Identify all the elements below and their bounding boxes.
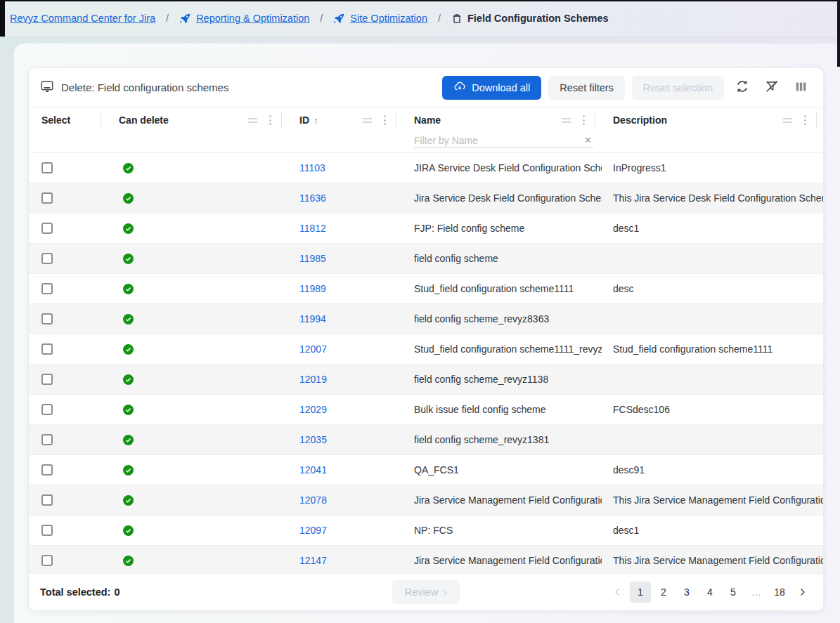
table-body: 11103 JIRA Service Desk Field Configurat… — [29, 152, 823, 575]
columns-button[interactable] — [790, 76, 812, 100]
filter-lines-icon[interactable] — [562, 118, 571, 123]
row-checkbox[interactable] — [41, 162, 53, 173]
row-checkbox[interactable] — [41, 283, 53, 294]
row-name-cell: Bulk issue field config scheme — [403, 404, 602, 415]
more-menu-icon[interactable] — [581, 114, 586, 126]
row-id-cell: 12041 — [288, 464, 403, 476]
row-name-cell: FJP: Field config scheme — [403, 223, 602, 234]
scheme-id-link[interactable]: 12078 — [299, 494, 327, 506]
refresh-button[interactable] — [731, 76, 754, 100]
header-icons — [363, 114, 403, 126]
row-id-cell: 12097 — [288, 525, 403, 536]
row-name-cell: field config scheme_revyz1138 — [403, 374, 602, 385]
breadcrumb-current: Field Configuration Schemes — [451, 13, 609, 25]
column-label-select: Select — [41, 114, 70, 126]
scheme-id-link[interactable]: 12097 — [299, 525, 327, 536]
pagination-prev-button[interactable] — [608, 582, 628, 603]
row-can-delete-cell — [108, 163, 288, 173]
scheme-id-link[interactable]: 12035 — [299, 434, 327, 445]
row-checkbox[interactable] — [41, 253, 53, 264]
scheme-id-link[interactable]: 12147 — [299, 555, 327, 566]
breadcrumb-current-label: Field Configuration Schemes — [467, 13, 609, 24]
row-checkbox[interactable] — [41, 494, 53, 506]
breadcrumb-link-command-center[interactable]: Revyz Command Center for Jira — [10, 13, 155, 24]
download-all-button[interactable]: Download all — [442, 76, 541, 100]
row-select-cell — [29, 253, 108, 264]
row-id-cell: 12007 — [288, 343, 403, 355]
row-name-cell: Jira Service Management Field Configurat… — [403, 494, 602, 506]
scheme-id-link[interactable]: 12019 — [299, 374, 327, 385]
scheme-id-link[interactable]: 12029 — [299, 404, 327, 415]
breadcrumb-separator: / — [432, 13, 446, 24]
pagination-page-4[interactable]: 4 — [699, 582, 721, 603]
pagination-page-18[interactable]: 18 — [769, 582, 790, 603]
scheme-id-link[interactable]: 12007 — [299, 343, 327, 355]
scheme-id-link[interactable]: 11985 — [299, 253, 326, 264]
table-row: 12097 NP: FCS desc1 — [29, 515, 823, 545]
pagination-page-5[interactable]: 5 — [723, 582, 744, 603]
scheme-id-link[interactable]: 11994 — [299, 313, 326, 324]
scheme-id-link[interactable]: 11103 — [299, 162, 325, 173]
row-checkbox[interactable] — [41, 343, 53, 355]
scheme-id-link[interactable]: 11812 — [299, 223, 326, 234]
scheme-id-link[interactable]: 11636 — [299, 192, 326, 204]
breadcrumb-separator: / — [314, 13, 328, 24]
row-checkbox[interactable] — [41, 374, 53, 385]
row-name-cell: field config scheme_revyz1381 — [403, 434, 602, 445]
row-select-cell — [29, 162, 108, 173]
table-row: 12147 Jira Service Management Field Conf… — [29, 545, 823, 575]
row-name-cell: field config scheme — [403, 253, 602, 264]
filter-lines-icon[interactable] — [363, 118, 372, 123]
sync-icon — [735, 79, 749, 96]
header-icons — [562, 114, 602, 126]
breadcrumb-link-reporting-optimization[interactable]: Reporting & Optimization — [196, 13, 309, 24]
pagination-page-2[interactable]: 2 — [653, 582, 674, 603]
more-menu-icon[interactable] — [268, 114, 273, 126]
row-name-cell: Stud_field configuration scheme1111_revy… — [403, 343, 602, 355]
check-circle-icon — [123, 525, 134, 536]
row-can-delete-cell — [108, 344, 288, 355]
table-header-labels: Select Can delete ID ↑ — [29, 107, 823, 133]
row-checkbox[interactable] — [41, 192, 53, 204]
row-description-cell: This Jira Service Management Field Confi… — [602, 494, 823, 506]
row-checkbox[interactable] — [41, 434, 53, 445]
review-button[interactable]: Review › — [392, 580, 460, 604]
clear-filter-icon[interactable]: ✕ — [583, 135, 593, 145]
reset-filters-button[interactable]: Reset filters — [548, 76, 625, 100]
row-select-cell — [29, 525, 108, 536]
pagination-next-button[interactable] — [792, 582, 812, 603]
scheme-id-link[interactable]: 11989 — [299, 283, 326, 294]
row-checkbox[interactable] — [41, 555, 53, 566]
table-row: 11636 Jira Service Desk Field Configurat… — [29, 183, 823, 213]
column-header-id[interactable]: ID ↑ — [288, 107, 403, 133]
check-circle-icon — [123, 254, 134, 264]
breadcrumb-link-site-optimization[interactable]: Site Optimization — [350, 13, 427, 24]
row-checkbox[interactable] — [41, 223, 53, 234]
more-menu-icon[interactable] — [803, 114, 808, 126]
more-menu-icon[interactable] — [382, 114, 387, 126]
row-select-cell — [29, 555, 108, 566]
table-row: 12035 field config scheme_revyz1381 — [29, 424, 823, 454]
row-description-cell: FCSdesc106 — [602, 404, 823, 415]
filter-lines-icon[interactable] — [783, 118, 792, 123]
table-row: 11985 field config scheme — [29, 243, 823, 273]
row-name-cell: NP: FCS — [403, 525, 602, 536]
row-checkbox[interactable] — [41, 404, 53, 415]
row-checkbox[interactable] — [41, 464, 53, 476]
name-filter-input[interactable] — [414, 135, 583, 146]
rocket-icon — [333, 13, 345, 25]
row-checkbox[interactable] — [41, 313, 53, 324]
pagination-page-3[interactable]: 3 — [676, 582, 697, 603]
reset-selection-button[interactable]: Reset selection — [632, 76, 724, 100]
row-checkbox[interactable] — [41, 525, 53, 536]
pagination-page-1[interactable]: 1 — [630, 582, 651, 603]
clear-filters-button[interactable] — [761, 76, 783, 100]
table-row: 12041 QA_FCS1 desc91 — [29, 454, 823, 485]
table-row: 12007 Stud_field configuration scheme111… — [29, 334, 823, 364]
row-description-cell: InProgress1 — [602, 162, 823, 173]
total-selected-label: Total selected: — [40, 586, 110, 598]
scheme-id-link[interactable]: 12041 — [299, 464, 327, 476]
filter-lines-icon[interactable] — [248, 118, 257, 123]
check-circle-icon — [123, 193, 134, 204]
row-can-delete-cell — [108, 525, 288, 536]
